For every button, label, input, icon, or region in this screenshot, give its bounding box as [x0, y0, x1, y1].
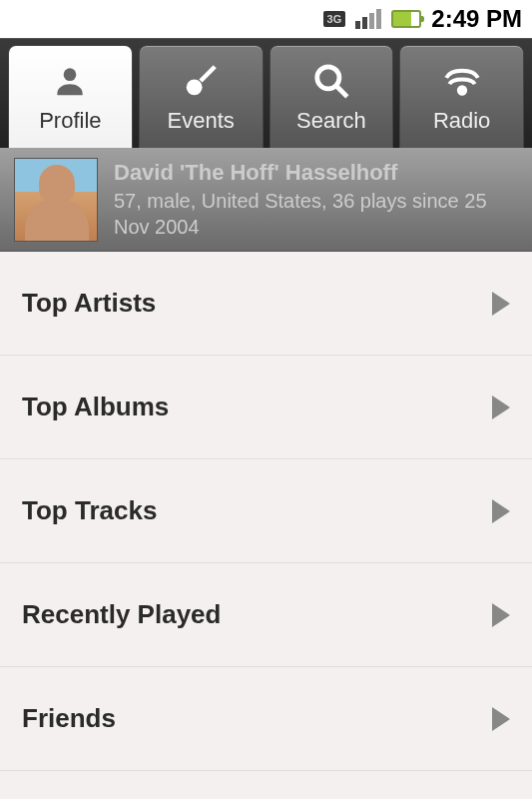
list-item-top-albums[interactable]: Top Albums: [0, 356, 532, 459]
svg-line-3: [336, 86, 347, 97]
search-icon: [310, 60, 352, 102]
tab-label: Search: [296, 108, 366, 134]
tab-profile[interactable]: Profile: [8, 45, 133, 148]
guitar-icon: [180, 60, 222, 102]
network-3g-icon: 3G: [323, 11, 346, 27]
profile-subtitle: 57, male, United States, 36 plays since …: [114, 188, 518, 240]
list-item-recently-played[interactable]: Recently Played: [0, 563, 532, 667]
svg-point-4: [458, 87, 464, 93]
chevron-right-icon: [492, 396, 510, 419]
list-item-friends[interactable]: Friends: [0, 667, 532, 771]
list-item-top-artists[interactable]: Top Artists: [0, 252, 532, 356]
list-item-top-tracks[interactable]: Top Tracks: [0, 459, 532, 563]
tab-label: Profile: [39, 108, 101, 134]
profile-text: David 'The Hoff' Hasselhoff 57, male, Un…: [114, 160, 518, 240]
profile-card: David 'The Hoff' Hasselhoff 57, male, Un…: [0, 148, 532, 252]
avatar: [14, 158, 98, 242]
list-label: Recently Played: [22, 599, 221, 630]
battery-icon: [391, 10, 421, 28]
chevron-right-icon: [492, 292, 510, 316]
profile-name: David 'The Hoff' Hasselhoff: [114, 160, 518, 186]
svg-point-1: [187, 79, 203, 95]
svg-point-0: [64, 68, 77, 81]
tab-label: Events: [167, 108, 234, 134]
signal-icon: [355, 9, 381, 29]
list-label: Top Artists: [22, 288, 156, 319]
tab-bar: Profile Events Search Radio: [0, 38, 532, 148]
radio-icon: [441, 60, 483, 102]
svg-point-2: [317, 67, 339, 89]
tab-events[interactable]: Events: [139, 45, 264, 148]
list-label: Friends: [22, 703, 116, 734]
chevron-right-icon: [492, 707, 510, 731]
status-bar: 3G 2:49 PM: [0, 0, 532, 38]
tab-radio[interactable]: Radio: [399, 45, 524, 148]
tab-label: Radio: [433, 108, 490, 134]
chevron-right-icon: [492, 499, 510, 523]
menu-list: Top Artists Top Albums Top Tracks Recent…: [0, 252, 532, 771]
list-label: Top Tracks: [22, 495, 157, 526]
list-label: Top Albums: [22, 392, 169, 422]
profile-icon: [49, 60, 91, 102]
tab-search[interactable]: Search: [269, 45, 394, 148]
chevron-right-icon: [492, 603, 510, 627]
clock: 2:49 PM: [431, 5, 522, 33]
